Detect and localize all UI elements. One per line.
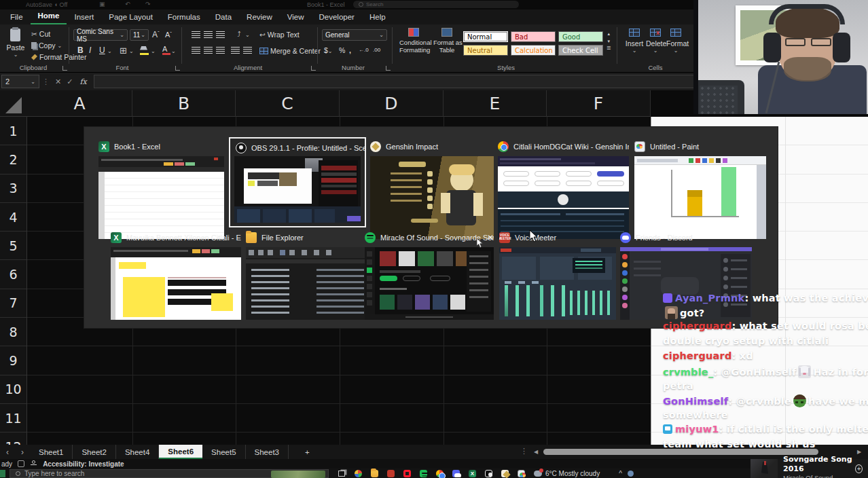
fill-color-dropdown[interactable]: ⌄ <box>151 48 156 54</box>
align-right-icon[interactable] <box>216 47 225 54</box>
row-header[interactable]: 2 <box>0 145 26 174</box>
add-sheet-button[interactable]: + <box>289 445 326 459</box>
column-header-d[interactable]: D <box>340 90 444 117</box>
row-header[interactable]: 11 <box>0 404 26 433</box>
insert-cells-button[interactable]: Insert ⌄ <box>625 29 644 54</box>
taskbar-chrome-icon[interactable] <box>436 470 444 477</box>
style-bad[interactable]: Bad <box>511 31 556 42</box>
font-color-dropdown[interactable]: ⌄ <box>171 48 176 54</box>
window-card-citlali-wiki[interactable]: Citlali HomDGCat Wiki - Genshin Impact..… <box>498 139 629 239</box>
hscroll-right-arrow[interactable]: ▶ <box>857 449 861 455</box>
tray-network-icon[interactable] <box>628 471 634 477</box>
formula-bar-splitter[interactable]: ⋮ <box>42 77 50 86</box>
borders-button[interactable]: ⊞ <box>120 45 127 56</box>
alignment-dialog-launcher[interactable] <box>311 66 316 71</box>
save-icon[interactable]: ▣ <box>99 1 105 7</box>
row-header[interactable]: 3 <box>0 174 26 203</box>
format-cells-button[interactable]: Format ⌄ <box>666 29 685 54</box>
taskbar-app-pinwheel-icon[interactable] <box>355 470 362 477</box>
column-header-c[interactable]: C <box>236 90 340 117</box>
clipboard-dialog-launcher[interactable] <box>62 66 67 71</box>
fx-icon[interactable]: fx <box>79 77 86 86</box>
number-dialog-launcher[interactable] <box>386 66 391 71</box>
window-card-voicemeeter[interactable]: VOICEMEETER VoiceMeeter <box>499 230 616 320</box>
orientation-dropdown[interactable]: ⌄ <box>245 32 250 38</box>
copy-button[interactable]: Copy ⌄ <box>31 41 62 50</box>
undo-icon[interactable]: ↶ <box>125 1 130 7</box>
sheet-tab-sheet1[interactable]: Sheet1 <box>30 445 73 459</box>
row-header[interactable]: 1 <box>0 117 26 145</box>
chat-username[interactable]: cipherguard <box>663 320 731 331</box>
row-header[interactable]: 10 <box>0 375 26 404</box>
chat-username[interactable]: GonHimself <box>663 396 728 407</box>
row-header[interactable]: 7 <box>0 289 26 318</box>
chat-username[interactable]: Ayan_Prmnk <box>675 293 744 304</box>
tab-home[interactable]: Home <box>31 10 67 24</box>
column-header-b[interactable]: B <box>132 90 236 117</box>
chat-username[interactable]: cipherguard <box>663 350 731 361</box>
sheet-tab-sheet2[interactable]: Sheet2 <box>73 445 115 459</box>
style-check-cell[interactable]: Check Cell <box>558 45 603 56</box>
font-name-select[interactable]: Comic Sans MS⌄ <box>73 29 128 41</box>
taskbar-opera-icon[interactable] <box>403 470 411 477</box>
name-box[interactable]: 2⌄ <box>1 75 39 88</box>
tab-file[interactable]: File <box>3 11 31 24</box>
accessibility-status[interactable]: Accessibility: Investigate <box>43 460 124 468</box>
align-left-icon[interactable] <box>192 47 200 54</box>
taskbar-paint-icon[interactable] <box>518 470 525 477</box>
column-header-a[interactable]: A <box>27 90 132 117</box>
decrease-indent-icon[interactable] <box>231 47 240 54</box>
chat-username[interactable]: crvmble_ <box>663 367 713 378</box>
borders-dropdown[interactable]: ⌄ <box>129 48 134 54</box>
enter-icon[interactable]: ✓ <box>67 77 73 86</box>
underline-dropdown[interactable]: ⌄ <box>107 48 112 54</box>
align-center-icon[interactable] <box>204 47 213 54</box>
row-header[interactable]: 5 <box>0 232 26 260</box>
decrease-decimal-button[interactable]: .00 <box>373 47 380 53</box>
taskbar-file-explorer-icon[interactable] <box>371 470 378 477</box>
style-neutral[interactable]: Neutral <box>463 45 508 56</box>
macro-record-icon[interactable] <box>18 460 24 467</box>
tab-view[interactable]: View <box>280 11 312 24</box>
style-good[interactable]: Good <box>558 31 603 42</box>
autosave-toggle[interactable]: AutoSave ◖ Off <box>26 1 67 8</box>
window-card-file-explorer[interactable]: File Explorer <box>246 230 377 320</box>
tab-insert[interactable]: Insert <box>67 11 101 24</box>
row-header[interactable]: 8 <box>0 318 26 346</box>
wrap-text-button[interactable]: ↩ Wrap Text <box>259 31 300 39</box>
tab-formulas[interactable]: Formulas <box>160 11 208 24</box>
task-view-icon[interactable] <box>338 471 345 477</box>
font-color-button[interactable]: A <box>162 45 167 53</box>
shrink-font-button[interactable]: Aˇ <box>165 31 172 39</box>
format-as-table-button[interactable]: Format as Table <box>433 28 460 43</box>
chat-username[interactable]: miyuw1 <box>675 424 719 435</box>
font-size-select[interactable]: 11⌄ <box>130 29 149 41</box>
window-card-mavuika-excel[interactable]: X Mavuika Bennett Xilonen Citlali - Exce… <box>111 230 241 320</box>
taskbar-search-input[interactable]: Type here to search <box>10 469 329 478</box>
tab-page-layout[interactable]: Page Layout <box>101 11 160 24</box>
window-card-obs-selected[interactable]: OBS 29.1.1 - Profile: Untitled - Scenes:… <box>229 137 366 227</box>
taskbar-discord-icon[interactable] <box>452 470 460 477</box>
sheet-tab-sheet5[interactable]: Sheet5 <box>202 445 245 459</box>
taskbar-obs-icon[interactable] <box>485 470 492 477</box>
sheet-tab-sheet4[interactable]: Sheet4 <box>116 445 159 459</box>
window-card-spotify[interactable]: Miracle Of Sound - Sovngarde Song 2016 ✕ <box>365 230 494 320</box>
row-header[interactable]: 9 <box>0 346 26 375</box>
row-header[interactable]: 12 <box>0 433 26 445</box>
window-card-paint[interactable]: Untitled - Paint <box>634 139 766 239</box>
taskbar-spotify-icon[interactable] <box>420 470 427 477</box>
redo-icon[interactable]: ↷ <box>145 1 151 7</box>
align-top-icon[interactable] <box>192 31 200 38</box>
window-card-genshin[interactable]: Genshin Impact <box>370 139 494 239</box>
style-calculation[interactable]: Calculation <box>511 45 556 56</box>
column-header-f[interactable]: F <box>547 90 651 117</box>
horizontal-scrollbar[interactable] <box>543 449 818 455</box>
number-format-select[interactable]: General⌄ <box>322 29 387 41</box>
weather-status[interactable]: 6°C Mostly cloudy <box>545 470 600 477</box>
cut-button[interactable]: ✂ Cut <box>31 30 50 38</box>
orientation-button[interactable]: ⤴ <box>237 30 240 38</box>
grow-font-button[interactable]: Aˆ <box>152 30 160 39</box>
tab-help[interactable]: Help <box>362 11 393 24</box>
styles-gallery-scroll[interactable]: ▴ ▾ ☰ <box>607 31 611 52</box>
tab-review[interactable]: Review <box>239 11 280 24</box>
